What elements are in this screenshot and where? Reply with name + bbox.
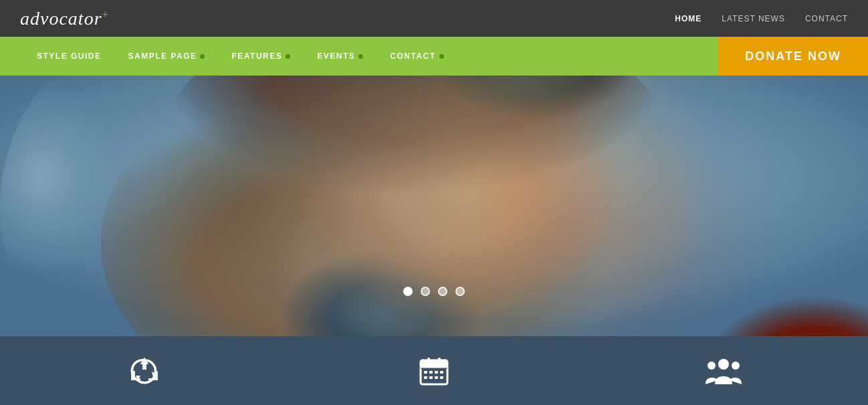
green-nav: STYLE GUIDE SAMPLE PAGE FEATURES EVENTS …	[0, 37, 718, 76]
svg-rect-23	[438, 358, 441, 363]
svg-rect-21	[440, 376, 443, 379]
svg-point-26	[732, 362, 740, 370]
green-bar: STYLE GUIDE SAMPLE PAGE FEATURES EVENTS …	[0, 37, 868, 76]
svg-rect-22	[427, 358, 430, 363]
slider-dot-4[interactable]	[455, 287, 465, 296]
nav-dot	[200, 54, 205, 59]
svg-rect-17	[440, 371, 443, 374]
svg-rect-12	[421, 360, 447, 368]
icon-recycle[interactable]	[0, 355, 290, 387]
slider-dot-2[interactable]	[421, 287, 430, 296]
svg-rect-20	[435, 376, 438, 379]
svg-point-24	[718, 359, 729, 370]
top-nav-home[interactable]: HOME	[675, 14, 701, 23]
slider-dot-1[interactable]	[403, 287, 413, 296]
nav-style-guide[interactable]: STYLE GUIDE	[27, 51, 112, 61]
bottom-bar	[0, 336, 868, 405]
nav-contact-label: CONTACT	[390, 51, 435, 61]
svg-rect-19	[429, 376, 433, 379]
icon-calendar[interactable]	[290, 355, 579, 387]
top-nav-latest-news[interactable]: LATEST NEWS	[722, 14, 785, 23]
nav-events-label: EVENTS	[317, 51, 355, 61]
top-bar: advocator+ HOME LATEST NEWS CONTACT	[0, 0, 868, 37]
logo-sup: +	[102, 8, 109, 19]
logo-text: advocator	[20, 8, 102, 29]
slider-dot-3[interactable]	[438, 287, 447, 296]
nav-sample-page-label: SAMPLE PAGE	[128, 51, 197, 61]
hero-section	[0, 76, 868, 336]
svg-rect-15	[429, 371, 433, 374]
slider-dots	[403, 287, 465, 296]
svg-rect-14	[424, 371, 427, 374]
donate-button[interactable]: DONATE NOW	[718, 37, 868, 76]
icon-group[interactable]	[578, 355, 868, 387]
nav-events[interactable]: EVENTS	[307, 51, 373, 61]
nav-sample-page[interactable]: SAMPLE PAGE	[118, 51, 215, 61]
svg-rect-18	[424, 376, 427, 379]
logo: advocator+	[20, 8, 109, 29]
svg-point-25	[708, 362, 716, 370]
nav-dot	[439, 54, 444, 59]
nav-features[interactable]: FEATURES	[221, 51, 300, 61]
top-nav: HOME LATEST NEWS CONTACT	[675, 14, 848, 23]
nav-dot	[286, 54, 290, 59]
svg-rect-16	[435, 371, 438, 374]
nav-features-label: FEATURES	[231, 51, 282, 61]
top-nav-contact[interactable]: CONTACT	[805, 14, 848, 23]
hero-overlay	[0, 76, 868, 336]
nav-contact[interactable]: CONTACT	[380, 51, 453, 61]
nav-dot	[358, 54, 363, 59]
